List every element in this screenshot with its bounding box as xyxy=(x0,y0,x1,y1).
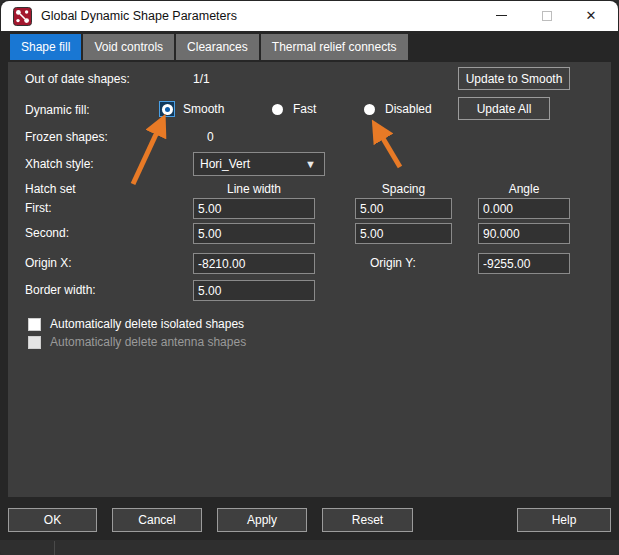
second-line-width-input[interactable] xyxy=(193,223,315,244)
radio-smooth[interactable]: Smooth xyxy=(159,101,224,117)
origin-x-label: Origin X: xyxy=(25,253,72,273)
close-button[interactable]: ✕ xyxy=(569,1,613,30)
first-angle-input[interactable] xyxy=(478,198,570,219)
border-width-label: Border width: xyxy=(25,280,96,300)
origin-y-input[interactable] xyxy=(478,253,570,274)
first-row-label: First: xyxy=(25,198,52,218)
update-to-smooth-button[interactable]: Update to Smooth xyxy=(458,67,570,90)
titlebar: Global Dynamic Shape Parameters ✕ xyxy=(1,1,618,31)
first-line-width-input[interactable] xyxy=(193,198,315,219)
checkbox-delete-isolated-label: Automatically delete isolated shapes xyxy=(50,317,244,331)
out-of-date-shapes-value: 1/1 xyxy=(193,69,210,89)
radio-fast-label: Fast xyxy=(293,102,316,116)
tab-shape-fill[interactable]: Shape fill xyxy=(10,34,81,60)
dynamic-fill-label: Dynamic fill: xyxy=(25,100,90,120)
radio-smooth-label: Smooth xyxy=(183,102,224,116)
hatch-set-label: Hatch set xyxy=(25,179,76,199)
maximize-icon xyxy=(542,11,552,21)
column-header-line-width: Line width xyxy=(193,179,315,199)
xhatch-style-dropdown[interactable]: Hori_Vert ▼ xyxy=(193,152,325,176)
tab-void-controls[interactable]: Void controls xyxy=(83,34,174,60)
column-header-angle: Angle xyxy=(478,179,570,199)
update-all-button[interactable]: Update All xyxy=(458,97,550,120)
column-header-spacing: Spacing xyxy=(355,179,452,199)
global-dynamic-shape-parameters-dialog: Global Dynamic Shape Parameters ✕ Shape … xyxy=(0,0,619,555)
checkbox-delete-antenna-label: Automatically delete antenna shapes xyxy=(50,335,246,349)
minimize-icon xyxy=(496,15,507,16)
cancel-button[interactable]: Cancel xyxy=(112,508,202,532)
first-spacing-input[interactable] xyxy=(355,198,452,219)
radio-disabled[interactable]: Disabled xyxy=(361,101,432,117)
radio-smooth-indicator xyxy=(159,101,175,117)
background-status-strip xyxy=(0,540,619,555)
ok-button[interactable]: OK xyxy=(8,508,97,532)
window-title: Global Dynamic Shape Parameters xyxy=(41,1,237,31)
border-width-input[interactable] xyxy=(193,280,315,301)
help-button[interactable]: Help xyxy=(517,508,611,532)
second-row-label: Second: xyxy=(25,223,69,243)
checkbox-icon xyxy=(28,318,41,331)
shape-fill-panel: Out of date shapes: 1/1 Update to Smooth… xyxy=(8,62,611,497)
apply-button[interactable]: Apply xyxy=(217,508,307,532)
out-of-date-shapes-label: Out of date shapes: xyxy=(25,69,130,89)
maximize-button[interactable] xyxy=(525,1,569,30)
checkbox-icon xyxy=(28,336,41,349)
radio-disabled-indicator xyxy=(361,101,377,117)
radio-disabled-label: Disabled xyxy=(385,102,432,116)
reset-button[interactable]: Reset xyxy=(322,508,413,532)
checkbox-delete-isolated-shapes[interactable]: Automatically delete isolated shapes xyxy=(28,317,244,331)
tab-clearances[interactable]: Clearances xyxy=(176,34,259,60)
origin-y-label: Origin Y: xyxy=(370,253,416,273)
tab-bar: Shape fill Void controls Clearances Ther… xyxy=(10,34,408,60)
frozen-shapes-value: 0 xyxy=(207,127,214,147)
second-spacing-input[interactable] xyxy=(355,223,452,244)
pcb-app-icon xyxy=(13,7,32,26)
tab-thermal-relief-connects[interactable]: Thermal relief connects xyxy=(261,34,408,60)
chevron-down-icon: ▼ xyxy=(305,153,316,175)
xhatch-style-label: Xhatch style: xyxy=(25,154,94,174)
checkbox-delete-antenna-shapes[interactable]: Automatically delete antenna shapes xyxy=(28,335,246,349)
second-angle-input[interactable] xyxy=(478,223,570,244)
origin-x-input[interactable] xyxy=(193,253,315,274)
frozen-shapes-label: Frozen shapes: xyxy=(25,127,108,147)
minimize-button[interactable] xyxy=(479,1,523,30)
status-strip-divider xyxy=(54,541,55,555)
xhatch-style-value: Hori_Vert xyxy=(200,157,250,171)
close-icon: ✕ xyxy=(586,9,597,22)
radio-fast[interactable]: Fast xyxy=(269,101,316,117)
radio-fast-indicator xyxy=(269,101,285,117)
